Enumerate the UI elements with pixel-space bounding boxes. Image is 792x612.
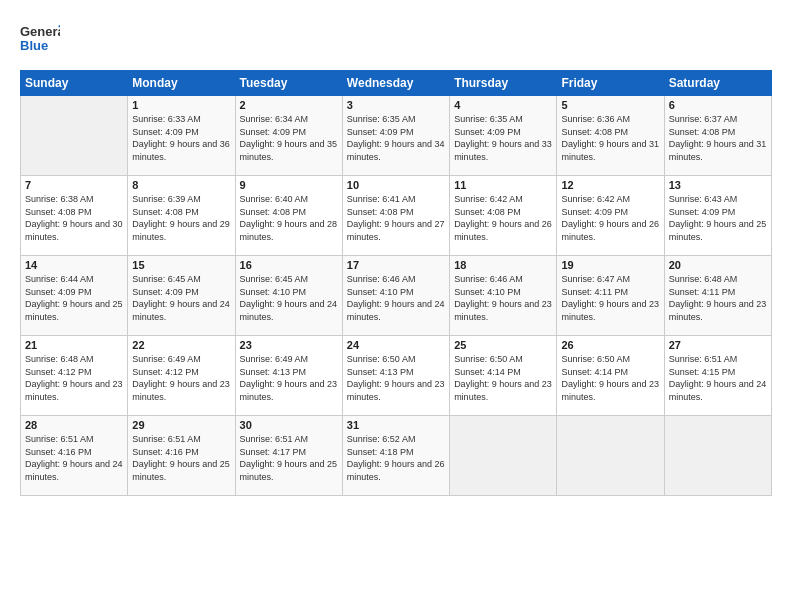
calendar-cell: 11Sunrise: 6:42 AMSunset: 4:08 PMDayligh…	[450, 176, 557, 256]
day-detail: Sunrise: 6:34 AMSunset: 4:09 PMDaylight:…	[240, 113, 338, 163]
calendar-cell: 4Sunrise: 6:35 AMSunset: 4:09 PMDaylight…	[450, 96, 557, 176]
day-detail: Sunrise: 6:51 AMSunset: 4:16 PMDaylight:…	[25, 433, 123, 483]
calendar-cell: 17Sunrise: 6:46 AMSunset: 4:10 PMDayligh…	[342, 256, 449, 336]
day-detail: Sunrise: 6:49 AMSunset: 4:13 PMDaylight:…	[240, 353, 338, 403]
day-number: 19	[561, 259, 659, 271]
day-detail: Sunrise: 6:41 AMSunset: 4:08 PMDaylight:…	[347, 193, 445, 243]
logo-icon: General Blue	[20, 18, 60, 62]
header-sunday: Sunday	[21, 71, 128, 96]
calendar-cell: 14Sunrise: 6:44 AMSunset: 4:09 PMDayligh…	[21, 256, 128, 336]
calendar-cell: 12Sunrise: 6:42 AMSunset: 4:09 PMDayligh…	[557, 176, 664, 256]
day-detail: Sunrise: 6:45 AMSunset: 4:09 PMDaylight:…	[132, 273, 230, 323]
day-number: 27	[669, 339, 767, 351]
header-saturday: Saturday	[664, 71, 771, 96]
day-number: 24	[347, 339, 445, 351]
calendar-cell: 29Sunrise: 6:51 AMSunset: 4:16 PMDayligh…	[128, 416, 235, 496]
calendar-cell: 27Sunrise: 6:51 AMSunset: 4:15 PMDayligh…	[664, 336, 771, 416]
header-tuesday: Tuesday	[235, 71, 342, 96]
calendar-table: Sunday Monday Tuesday Wednesday Thursday…	[20, 70, 772, 496]
header: General Blue	[20, 18, 772, 62]
calendar-cell	[21, 96, 128, 176]
day-detail: Sunrise: 6:42 AMSunset: 4:08 PMDaylight:…	[454, 193, 552, 243]
header-friday: Friday	[557, 71, 664, 96]
day-detail: Sunrise: 6:35 AMSunset: 4:09 PMDaylight:…	[347, 113, 445, 163]
day-number: 26	[561, 339, 659, 351]
day-number: 2	[240, 99, 338, 111]
calendar-week-row: 14Sunrise: 6:44 AMSunset: 4:09 PMDayligh…	[21, 256, 772, 336]
calendar-cell: 19Sunrise: 6:47 AMSunset: 4:11 PMDayligh…	[557, 256, 664, 336]
svg-text:Blue: Blue	[20, 38, 48, 53]
day-detail: Sunrise: 6:48 AMSunset: 4:11 PMDaylight:…	[669, 273, 767, 323]
day-detail: Sunrise: 6:46 AMSunset: 4:10 PMDaylight:…	[347, 273, 445, 323]
day-detail: Sunrise: 6:51 AMSunset: 4:15 PMDaylight:…	[669, 353, 767, 403]
calendar-cell: 21Sunrise: 6:48 AMSunset: 4:12 PMDayligh…	[21, 336, 128, 416]
calendar-cell: 24Sunrise: 6:50 AMSunset: 4:13 PMDayligh…	[342, 336, 449, 416]
calendar-cell: 23Sunrise: 6:49 AMSunset: 4:13 PMDayligh…	[235, 336, 342, 416]
day-number: 5	[561, 99, 659, 111]
day-detail: Sunrise: 6:51 AMSunset: 4:16 PMDaylight:…	[132, 433, 230, 483]
day-detail: Sunrise: 6:38 AMSunset: 4:08 PMDaylight:…	[25, 193, 123, 243]
day-number: 12	[561, 179, 659, 191]
day-number: 9	[240, 179, 338, 191]
calendar-cell: 25Sunrise: 6:50 AMSunset: 4:14 PMDayligh…	[450, 336, 557, 416]
day-detail: Sunrise: 6:44 AMSunset: 4:09 PMDaylight:…	[25, 273, 123, 323]
calendar-cell: 9Sunrise: 6:40 AMSunset: 4:08 PMDaylight…	[235, 176, 342, 256]
calendar-cell: 3Sunrise: 6:35 AMSunset: 4:09 PMDaylight…	[342, 96, 449, 176]
calendar-cell	[557, 416, 664, 496]
day-detail: Sunrise: 6:39 AMSunset: 4:08 PMDaylight:…	[132, 193, 230, 243]
calendar-week-row: 7Sunrise: 6:38 AMSunset: 4:08 PMDaylight…	[21, 176, 772, 256]
day-number: 17	[347, 259, 445, 271]
day-number: 31	[347, 419, 445, 431]
header-thursday: Thursday	[450, 71, 557, 96]
calendar-week-row: 21Sunrise: 6:48 AMSunset: 4:12 PMDayligh…	[21, 336, 772, 416]
day-detail: Sunrise: 6:49 AMSunset: 4:12 PMDaylight:…	[132, 353, 230, 403]
calendar-cell: 1Sunrise: 6:33 AMSunset: 4:09 PMDaylight…	[128, 96, 235, 176]
day-number: 21	[25, 339, 123, 351]
day-number: 23	[240, 339, 338, 351]
day-number: 11	[454, 179, 552, 191]
day-detail: Sunrise: 6:50 AMSunset: 4:14 PMDaylight:…	[454, 353, 552, 403]
day-number: 25	[454, 339, 552, 351]
calendar-cell: 16Sunrise: 6:45 AMSunset: 4:10 PMDayligh…	[235, 256, 342, 336]
calendar-cell: 5Sunrise: 6:36 AMSunset: 4:08 PMDaylight…	[557, 96, 664, 176]
day-detail: Sunrise: 6:45 AMSunset: 4:10 PMDaylight:…	[240, 273, 338, 323]
day-detail: Sunrise: 6:47 AMSunset: 4:11 PMDaylight:…	[561, 273, 659, 323]
calendar-cell: 26Sunrise: 6:50 AMSunset: 4:14 PMDayligh…	[557, 336, 664, 416]
day-number: 4	[454, 99, 552, 111]
calendar-week-row: 28Sunrise: 6:51 AMSunset: 4:16 PMDayligh…	[21, 416, 772, 496]
day-detail: Sunrise: 6:50 AMSunset: 4:14 PMDaylight:…	[561, 353, 659, 403]
calendar-cell	[664, 416, 771, 496]
day-detail: Sunrise: 6:42 AMSunset: 4:09 PMDaylight:…	[561, 193, 659, 243]
day-number: 10	[347, 179, 445, 191]
calendar-cell: 2Sunrise: 6:34 AMSunset: 4:09 PMDaylight…	[235, 96, 342, 176]
calendar-cell: 8Sunrise: 6:39 AMSunset: 4:08 PMDaylight…	[128, 176, 235, 256]
day-detail: Sunrise: 6:46 AMSunset: 4:10 PMDaylight:…	[454, 273, 552, 323]
weekday-header-row: Sunday Monday Tuesday Wednesday Thursday…	[21, 71, 772, 96]
day-detail: Sunrise: 6:52 AMSunset: 4:18 PMDaylight:…	[347, 433, 445, 483]
day-number: 7	[25, 179, 123, 191]
calendar-cell: 13Sunrise: 6:43 AMSunset: 4:09 PMDayligh…	[664, 176, 771, 256]
header-monday: Monday	[128, 71, 235, 96]
calendar-cell: 7Sunrise: 6:38 AMSunset: 4:08 PMDaylight…	[21, 176, 128, 256]
day-detail: Sunrise: 6:50 AMSunset: 4:13 PMDaylight:…	[347, 353, 445, 403]
day-number: 15	[132, 259, 230, 271]
day-number: 8	[132, 179, 230, 191]
page: General Blue Sunday Monday Tuesday Wedne…	[0, 0, 792, 612]
day-number: 14	[25, 259, 123, 271]
day-number: 28	[25, 419, 123, 431]
day-detail: Sunrise: 6:51 AMSunset: 4:17 PMDaylight:…	[240, 433, 338, 483]
day-number: 1	[132, 99, 230, 111]
day-number: 13	[669, 179, 767, 191]
calendar-cell: 18Sunrise: 6:46 AMSunset: 4:10 PMDayligh…	[450, 256, 557, 336]
calendar-cell: 10Sunrise: 6:41 AMSunset: 4:08 PMDayligh…	[342, 176, 449, 256]
day-number: 20	[669, 259, 767, 271]
day-number: 29	[132, 419, 230, 431]
day-number: 6	[669, 99, 767, 111]
day-detail: Sunrise: 6:40 AMSunset: 4:08 PMDaylight:…	[240, 193, 338, 243]
day-detail: Sunrise: 6:37 AMSunset: 4:08 PMDaylight:…	[669, 113, 767, 163]
day-number: 16	[240, 259, 338, 271]
svg-text:General: General	[20, 24, 60, 39]
calendar-cell: 22Sunrise: 6:49 AMSunset: 4:12 PMDayligh…	[128, 336, 235, 416]
day-detail: Sunrise: 6:35 AMSunset: 4:09 PMDaylight:…	[454, 113, 552, 163]
day-detail: Sunrise: 6:43 AMSunset: 4:09 PMDaylight:…	[669, 193, 767, 243]
